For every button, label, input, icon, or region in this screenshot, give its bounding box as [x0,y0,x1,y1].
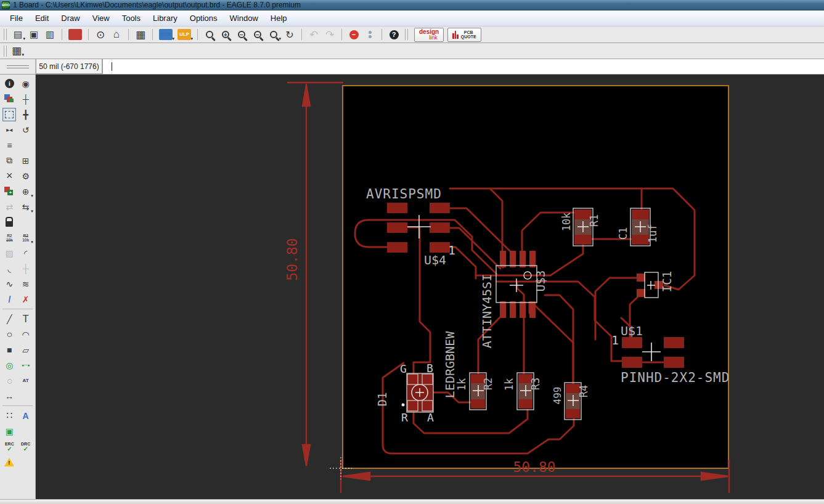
toolbar-grip[interactable] [4,46,7,57]
traffic-light-button[interactable] [362,28,377,42]
tool-errors[interactable]: ! [2,455,16,469]
tool-change[interactable]: ⚙ [19,169,33,183]
tool-dimension[interactable]: ↔ [2,389,16,403]
tool-circle[interactable]: ○ [2,328,16,341]
open-button[interactable]: ▤▾ [10,28,25,42]
tool-design-rules[interactable]: ▣ [2,425,16,438]
tool-rotate[interactable]: ↺ [19,123,33,137]
design-link-button[interactable]: design link [414,28,444,42]
pcb-quote-button[interactable]: PCBQUOTE [447,28,481,42]
menu-edit[interactable]: Edit [29,11,55,25]
zoom-out-button[interactable]: − [234,28,249,42]
tool-lock[interactable] [2,216,16,229]
pcb-canvas[interactable]: 50.80 50.80 [36,75,824,499]
tool-ripup[interactable]: ✗ [19,293,33,306]
tool-mark[interactable]: ┼ [19,92,33,106]
tool-value[interactable]: R210k▾ [19,231,33,245]
tool-polygon[interactable]: ▱ [19,343,33,357]
help-button[interactable]: ? [386,28,401,42]
menu-file[interactable]: File [4,11,29,25]
tool-smash[interactable]: ▨ [2,246,16,260]
tool-split[interactable]: ┼ [19,262,33,275]
tool-miter-concave[interactable]: ◟ [2,262,16,275]
ic1-ref-label: IC1 [660,271,674,292]
undo-button[interactable]: ↶ [306,28,321,42]
tool-ratsnest[interactable]: ∷ [2,409,16,423]
menu-tools[interactable]: Tools [116,11,147,25]
save-button[interactable]: ▣ [27,28,41,42]
tool-wire[interactable]: ╱ [2,312,16,326]
zoom-select-icon: − [254,31,261,38]
toolbar-grip[interactable] [4,29,7,40]
optimize-icon: ≋ [22,279,30,289]
tool-via[interactable]: ◎ [2,359,16,372]
tool-replace[interactable]: ⊕▾ [19,185,33,198]
tool-arc[interactable]: ◠ [19,328,33,341]
stop-button[interactable]: − [346,28,361,42]
zoom-redraw-button[interactable]: ▾ [266,28,281,42]
tool-miter[interactable]: ◜ [19,246,33,260]
menu-library[interactable]: Library [147,11,184,25]
tool-gateswap[interactable]: ⇆▾ [19,200,33,214]
tool-signal[interactable]: ●─● [19,359,33,372]
ulp-button[interactable]: ULP ▾ [176,28,193,42]
fab-button[interactable]: ⌂ [109,28,124,42]
traffic-light-icon [369,30,372,39]
drc-icon: DRC✓ [21,442,30,452]
move-icon: ╋ [23,110,28,120]
tool-attribute[interactable]: AT [19,374,33,388]
ripup-icon: ✗ [22,295,30,304]
tool-pinswap[interactable]: ⇄ [2,200,16,214]
tool-mirror[interactable]: ▸◂ [2,123,16,137]
grid-button[interactable]: ▦ ▾ [9,44,24,58]
tool-rect[interactable]: ■ [2,343,16,357]
board-drawing[interactable]: 50.80 50.80 [36,75,824,499]
tool-align[interactable]: ≡ [2,139,16,152]
zoom-select-button[interactable]: − [250,28,265,42]
tool-copy[interactable]: ⧉ [2,154,16,168]
miter-icon: ◜ [24,248,27,258]
tool-palette: i ◉ ┼ ╋ ▸◂ ↺ ≡ ⧉ ⊞ [0,75,36,499]
r2-ref-label: R2 [482,378,494,390]
command-input[interactable] [112,59,824,74]
tool-optimize[interactable]: ≋ [19,277,33,291]
copy-icon: ⧉ [6,155,12,166]
menu-help[interactable]: Help [264,11,293,25]
print-button[interactable]: ▥ [43,28,57,42]
sch-brd-switch-button[interactable]: SCHBRD [67,28,84,42]
pinswap-icon: ⇄ [6,202,13,212]
cam-processor-button[interactable]: ⊙ [93,28,108,42]
tool-name[interactable]: R210k [2,231,16,245]
library-icon: ▦ [136,28,145,41]
tool-paste[interactable]: ⊞ [19,154,33,168]
zoom-fit-button[interactable] [202,28,217,42]
tool-drc[interactable]: DRC✓ [19,440,33,453]
tool-group-select[interactable] [2,108,16,121]
palette-grip[interactable] [0,59,36,74]
tool-route[interactable]: / [2,293,16,306]
menu-window[interactable]: Window [224,11,264,25]
tool-hole[interactable]: ◌ [2,374,16,388]
tool-add-part[interactable]: + [2,185,16,198]
tool-delete[interactable]: × [2,169,16,183]
menu-view[interactable]: View [86,11,116,25]
window-bottom-edge [0,499,824,504]
tool-autoroute[interactable]: A [19,409,33,423]
tool-text[interactable]: T [19,312,33,326]
menu-options[interactable]: Options [184,11,224,25]
menu-draw[interactable]: Draw [55,11,86,25]
zoom-in-button[interactable]: + [218,28,233,42]
tool-info[interactable]: i [2,77,16,91]
redraw-button[interactable]: ↻ [282,28,297,42]
tool-show[interactable]: ◉ [19,77,33,91]
tool-erc[interactable]: ERC✓ [2,440,16,453]
script-button[interactable]: SCR ▾ [157,28,174,42]
tool-display-layers[interactable] [2,92,16,106]
redo-button[interactable]: ↷ [322,28,337,42]
tool-move[interactable]: ╋ [19,108,33,121]
circle-icon: ○ [6,329,12,340]
print-icon: ▥ [46,29,54,40]
library-manager-button[interactable]: ▦ [133,28,148,42]
tool-meander[interactable]: ∿ [2,277,16,291]
value-icon: R210k [22,234,29,242]
